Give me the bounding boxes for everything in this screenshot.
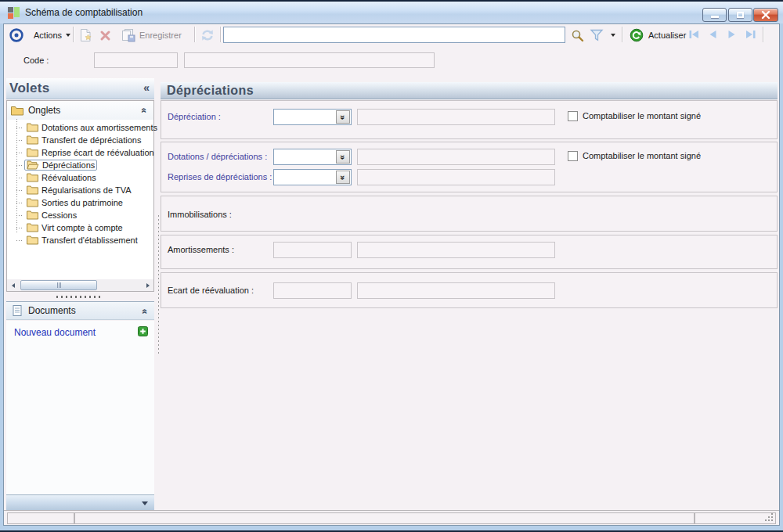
depreciation-groupbox: Dépréciation : » Comptabiliser le montan… xyxy=(161,100,778,139)
toolbar-separator xyxy=(194,27,195,42)
tree-item[interactable]: Transfert de dépréciations xyxy=(7,134,153,146)
documents-header[interactable]: Documents « xyxy=(6,301,154,320)
document-icon xyxy=(6,304,23,317)
filter-dropdown-button[interactable] xyxy=(607,24,619,45)
amortissements-field[interactable] xyxy=(273,242,352,258)
ecart-account-field[interactable] xyxy=(357,282,555,299)
search-input[interactable] xyxy=(223,27,565,43)
tree-item[interactable]: Reprise écart de réévaluation xyxy=(7,146,153,159)
toolbar-separator xyxy=(622,27,622,42)
folder-icon xyxy=(27,223,38,232)
delete-icon xyxy=(99,30,111,41)
signed-amount-checkbox[interactable] xyxy=(568,151,578,161)
resize-grip[interactable] xyxy=(765,513,773,521)
minimize-button[interactable] xyxy=(702,8,727,22)
toolbar-separator xyxy=(73,27,74,42)
scroll-left-button[interactable] xyxy=(7,279,19,291)
folder-icon xyxy=(7,106,23,116)
nav-last-button[interactable] xyxy=(742,27,758,41)
combo-dropdown-button[interactable]: » xyxy=(336,150,350,164)
dotations-account-field[interactable] xyxy=(357,149,555,165)
reprises-account-field[interactable] xyxy=(357,169,555,185)
nav-first-button[interactable] xyxy=(686,27,702,41)
collapse-documents-icon[interactable]: « xyxy=(140,309,151,315)
tree-item[interactable]: Sorties du patrimoine xyxy=(7,196,153,209)
tree-item[interactable]: Régularisations de TVA xyxy=(7,184,153,196)
filter-button[interactable] xyxy=(589,28,604,42)
actualiser-button[interactable]: Actualiser xyxy=(626,24,689,45)
onglets-label: Onglets xyxy=(23,105,60,116)
tree-item[interactable]: Virt compte à compte xyxy=(7,221,153,234)
application-window: Schéma de comptabilisation Actions xyxy=(0,0,783,532)
collapse-group-icon[interactable]: « xyxy=(139,108,150,113)
app-logo-icon xyxy=(8,7,20,19)
chevron-double-down-icon: » xyxy=(338,154,348,159)
close-icon xyxy=(754,9,778,21)
depreciation-account-field[interactable] xyxy=(357,109,555,125)
scroll-right-button[interactable] xyxy=(142,279,153,291)
tree-item[interactable]: Transfert d'établissement xyxy=(7,234,153,246)
sidebar-volets: Volets « Onglets « xyxy=(6,78,154,510)
new-document-link[interactable]: Nouveau document xyxy=(14,327,96,338)
window-content: Actions xyxy=(3,23,780,526)
nav-next-icon xyxy=(725,29,738,40)
documents-label: Documents xyxy=(23,305,76,316)
reprises-journal-combo[interactable]: » xyxy=(273,169,352,185)
signed-amount-checkbox-label: Comptabiliser le montant signé xyxy=(583,110,701,122)
dotations-groupbox: Dotations / dépréciations : » Comptabili… xyxy=(161,142,778,192)
refresh-button[interactable] xyxy=(200,28,215,42)
combo-dropdown-button[interactable]: » xyxy=(336,110,350,124)
ecart-field[interactable] xyxy=(273,282,352,299)
folder-icon xyxy=(27,210,38,220)
status-cell-left xyxy=(7,512,74,524)
tree-item-label: Dépréciations xyxy=(42,160,95,170)
open-folder-icon xyxy=(27,160,39,170)
tree-item-label: Réévaluations xyxy=(41,173,96,182)
tree-item[interactable]: Dépréciations xyxy=(7,159,153,171)
filter-caret-icon xyxy=(611,34,615,37)
tree-item-label: Transfert d'établissement xyxy=(41,235,138,245)
nav-previous-icon xyxy=(706,29,720,40)
depreciation-journal-combo[interactable]: » xyxy=(273,109,352,125)
nav-next-button[interactable] xyxy=(723,27,739,41)
code-field[interactable] xyxy=(94,52,178,68)
code-description-field[interactable] xyxy=(184,52,435,68)
close-button[interactable] xyxy=(753,8,778,22)
toolbar-separator xyxy=(763,27,763,42)
save-button[interactable]: Enregistrer xyxy=(118,24,185,45)
refresh-icon xyxy=(200,29,215,41)
onglets-panel: Onglets « xyxy=(6,100,154,292)
titlebar[interactable]: Schéma de comptabilisation xyxy=(0,2,783,23)
sidebar-footer-bar[interactable] xyxy=(6,494,154,510)
scroll-left-icon xyxy=(12,283,15,288)
new-record-button[interactable] xyxy=(78,27,93,43)
dotations-journal-combo[interactable]: » xyxy=(273,149,352,165)
nav-previous-button[interactable] xyxy=(705,27,720,41)
scrollbar-thumb[interactable] xyxy=(20,280,97,290)
maximize-button[interactable] xyxy=(728,8,752,22)
scrollbar-track[interactable] xyxy=(19,279,142,291)
signed-amount-checkbox[interactable] xyxy=(568,111,578,121)
add-document-button[interactable] xyxy=(138,326,148,336)
onglets-group-header[interactable]: Onglets « xyxy=(7,101,153,120)
status-cell-middle xyxy=(74,512,695,524)
tree-item[interactable]: Dotations aux amortissements xyxy=(7,121,153,134)
delete-record-button[interactable] xyxy=(98,28,112,42)
actions-menu-button[interactable]: Actions xyxy=(29,24,75,45)
combo-dropdown-button[interactable]: » xyxy=(336,171,350,184)
folder-icon xyxy=(27,235,38,245)
collapse-panel-button[interactable]: « xyxy=(143,81,150,94)
chevron-double-down-icon: » xyxy=(338,174,348,179)
tree-item[interactable]: Réévaluations xyxy=(7,171,153,184)
tree-item[interactable]: Cessions xyxy=(7,209,153,221)
search-button[interactable] xyxy=(569,27,585,43)
immobilisations-label: Immobilisations : xyxy=(168,207,232,223)
folder-icon xyxy=(27,173,38,182)
horizontal-scrollbar[interactable] xyxy=(7,279,153,291)
amortissements-account-field[interactable] xyxy=(357,242,555,258)
target-icon xyxy=(8,27,24,43)
panel-splitter-handle[interactable] xyxy=(56,296,103,298)
actions-label: Actions xyxy=(34,31,62,40)
new-record-icon xyxy=(79,28,92,42)
amortissements-groupbox: Amortissements : xyxy=(161,235,778,269)
